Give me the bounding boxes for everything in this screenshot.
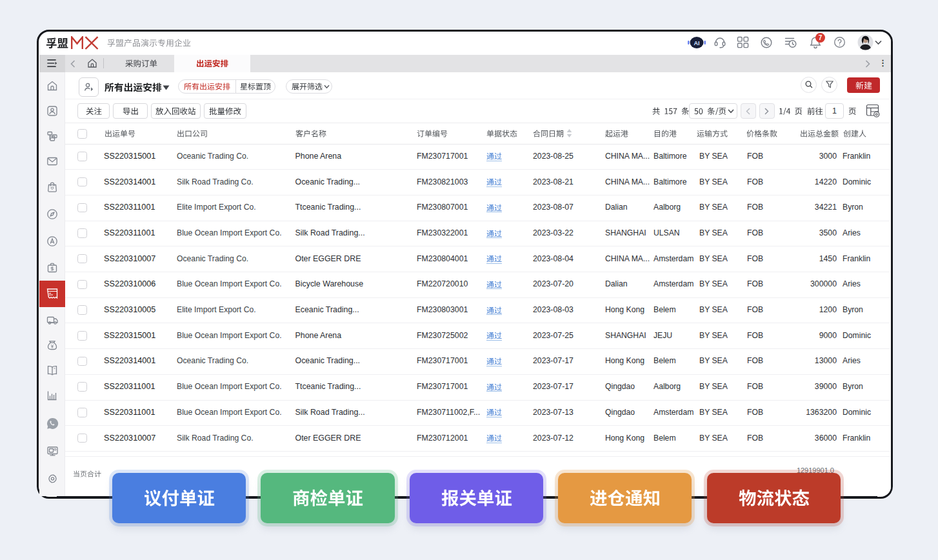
svg-text:AI: AI [694, 40, 700, 46]
